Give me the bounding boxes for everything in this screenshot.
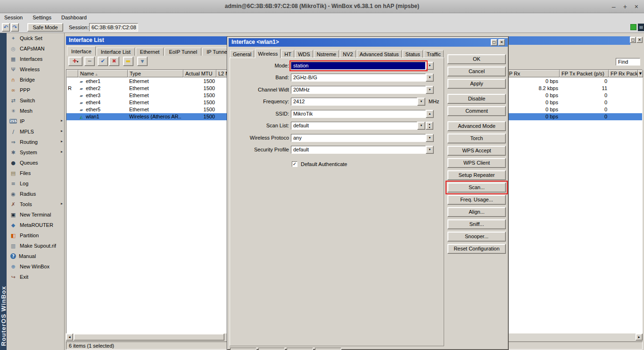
scan-list-combo[interactable]: default: [291, 122, 417, 130]
tab-wireless[interactable]: Wireless: [255, 49, 281, 58]
dialog-close-button[interactable]: ✕: [498, 39, 505, 46]
sidebar-item-ppp[interactable]: ∞PPP: [7, 85, 64, 95]
minimize-button[interactable]: –: [612, 3, 616, 10]
tab-interface[interactable]: Interface: [67, 46, 96, 56]
session-field[interactable]: 6C:3B:6B:97:C2:08: [89, 23, 138, 32]
sidebar-item-make-supout[interactable]: ▥Make Supout.rif: [7, 241, 64, 251]
tab-eoip-tunnel[interactable]: EoIP Tunnel: [165, 48, 201, 56]
wireless-protocol-dropdown-button[interactable]: ▾: [426, 134, 434, 142]
mode-dropdown-button[interactable]: ▾: [426, 62, 434, 70]
sidebar-item-wireless[interactable]: ΨWireless: [7, 64, 64, 75]
sidebar-item-capsman[interactable]: ◎CAPsMAN: [7, 43, 64, 54]
sidebar-item-queues[interactable]: ●Queues: [7, 158, 64, 168]
tab-nv2[interactable]: NV2: [340, 50, 355, 58]
advanced-mode-button[interactable]: Advanced Mode: [447, 121, 506, 131]
tab-traffic[interactable]: Traffic: [424, 50, 444, 58]
apply-button[interactable]: Apply: [447, 79, 506, 89]
sidebar-item-tools[interactable]: ✗Tools▸: [7, 199, 64, 209]
interface-list-restore-button[interactable]: ▢: [630, 37, 636, 43]
sidebar-item-metarouter[interactable]: ◆MetaROUTER: [7, 220, 64, 230]
sidebar-item-interfaces[interactable]: ▦Interfaces: [7, 54, 64, 64]
sidebar-item-mpls[interactable]: ∕MPLS▸: [7, 126, 64, 137]
tab-wds[interactable]: WDS: [295, 50, 313, 58]
frequency-combo[interactable]: 2412: [291, 98, 417, 106]
sidebar-item-log[interactable]: ≡Log: [7, 178, 64, 189]
comment-button[interactable]: ▬: [123, 57, 133, 66]
cancel-button[interactable]: Cancel: [447, 67, 506, 76]
menu-dashboard[interactable]: Dashboard: [57, 13, 91, 20]
wireless-protocol-combo[interactable]: any: [291, 134, 426, 142]
align-button[interactable]: Align...: [447, 207, 506, 217]
sidebar-item-new-terminal[interactable]: ▣New Terminal: [7, 209, 64, 220]
sidebar-item-mesh[interactable]: ✳Mesh: [7, 106, 64, 116]
ok-button[interactable]: OK: [447, 54, 506, 64]
freq-usage-button[interactable]: Freq. Usage...: [447, 195, 506, 205]
scan-list-dropdown-button[interactable]: ▾: [417, 122, 425, 130]
sidebar-item-system[interactable]: ✱System▸: [7, 147, 64, 158]
dialog-restore-button[interactable]: ▢: [491, 39, 497, 46]
maximize-button[interactable]: +: [623, 3, 627, 10]
torch-button[interactable]: Torch: [447, 133, 506, 143]
sidebar-item-new-winbox[interactable]: ⊕New WinBox: [7, 261, 64, 272]
scroll-right-button[interactable]: ▸: [636, 333, 643, 341]
scroll-left-button[interactable]: ◂: [66, 333, 73, 341]
sidebar-item-manual[interactable]: ?Manual: [7, 251, 64, 261]
column-header-fp-rx[interactable]: FP Rx: [504, 70, 560, 77]
sniff-button[interactable]: Sniff...: [447, 219, 506, 229]
remove-interface-button[interactable]: −: [84, 57, 95, 66]
ssid-up-button[interactable]: ▴: [426, 110, 434, 118]
comment-button[interactable]: Comment: [447, 106, 506, 116]
reset-configuration-button[interactable]: Reset Configuration: [447, 244, 506, 254]
sidebar-item-quick-set[interactable]: ✦Quick Set: [7, 33, 64, 43]
tab-ethernet[interactable]: Ethernet: [136, 48, 164, 56]
tab-general[interactable]: General: [230, 50, 254, 58]
sidebar-item-exit[interactable]: ↪Exit: [7, 272, 64, 282]
column-header-fp-rx-packet[interactable]: FP Rx Packet (p/s): [609, 70, 638, 77]
undo-button[interactable]: ↶: [2, 23, 10, 32]
close-button[interactable]: ×: [635, 3, 638, 10]
system-titlebar[interactable]: admin@6C:3B:6B:97:C2:08 (MikroTik) - Win…: [0, 0, 644, 13]
tab-ht[interactable]: HT: [281, 50, 294, 58]
band-dropdown-button[interactable]: ▾: [426, 74, 434, 82]
tab-interface-list[interactable]: Interface List: [97, 48, 135, 56]
find-button[interactable]: Find: [616, 58, 640, 66]
channel-width-dropdown-button[interactable]: ▾: [426, 86, 434, 94]
disable-button[interactable]: ✖: [109, 57, 119, 66]
sidebar-item-routing[interactable]: ⇒Routing▸: [7, 137, 64, 147]
tab-advanced-status[interactable]: Advanced Status: [357, 50, 402, 58]
setup-repeater-button[interactable]: Setup Repeater: [447, 170, 506, 180]
tab-nstreme[interactable]: Nstreme: [314, 50, 339, 58]
sidebar-item-files[interactable]: ▤Files: [7, 168, 64, 178]
column-selector-button[interactable]: ▼: [638, 70, 643, 77]
menu-session[interactable]: Session: [0, 13, 27, 20]
sidebar-item-bridge[interactable]: ∩Bridge: [7, 75, 64, 85]
interface-list-close-button[interactable]: ✕: [636, 37, 643, 43]
ssid-input[interactable]: MikroTik: [291, 110, 426, 118]
security-profile-dropdown-button[interactable]: ▾: [426, 146, 434, 154]
channel-width-combo[interactable]: 20MHz: [291, 86, 426, 94]
sidebar-item-radius[interactable]: ◉Radius: [7, 189, 64, 199]
sidebar-item-partition[interactable]: ◧Partition: [7, 230, 64, 241]
wps-accept-button[interactable]: WPS Accept: [447, 146, 506, 156]
filter-button[interactable]: ▼: [137, 57, 148, 66]
sidebar-item-ip[interactable]: 255IP▸: [7, 116, 64, 126]
security-profile-combo[interactable]: default: [291, 146, 426, 154]
frequency-dropdown-button[interactable]: ▾: [417, 98, 425, 106]
tab-status[interactable]: Status: [403, 50, 423, 58]
column-header-name[interactable]: Name ▵: [78, 70, 128, 77]
wps-client-button[interactable]: WPS Client: [447, 158, 506, 168]
dialog-titlebar[interactable]: Interface <wlan1>: [229, 38, 508, 47]
scrollbar-thumb[interactable]: [74, 333, 224, 341]
safe-mode-button[interactable]: Safe Mode: [27, 23, 63, 32]
band-combo[interactable]: 2GHz-B/G: [291, 74, 426, 82]
default-authenticate-checkbox[interactable]: ✓: [292, 161, 297, 167]
column-header-type[interactable]: Type: [128, 70, 183, 77]
add-interface-button[interactable]: ✚▾: [68, 57, 83, 66]
scan-list-spinner-button[interactable]: ▴ ▾: [426, 122, 433, 130]
menu-settings[interactable]: Settings: [28, 13, 56, 20]
redo-button[interactable]: ↷: [11, 23, 19, 32]
sidebar-item-switch[interactable]: ⇄Switch: [7, 95, 64, 106]
scan-button[interactable]: Scan...: [447, 183, 506, 192]
enable-button[interactable]: ✔: [98, 57, 108, 66]
disable-button[interactable]: Disable: [447, 94, 506, 104]
